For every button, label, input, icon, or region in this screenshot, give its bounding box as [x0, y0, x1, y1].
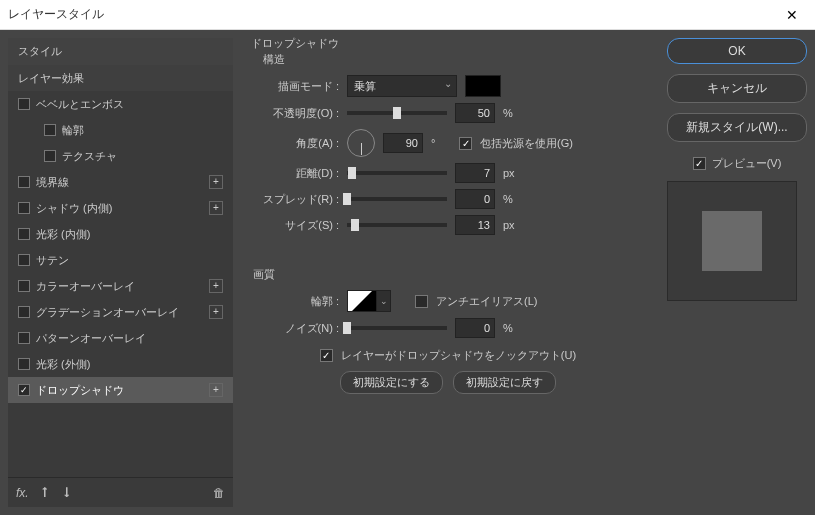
- blend-mode-select[interactable]: 乗算: [347, 75, 457, 97]
- window-title: レイヤースタイル: [8, 6, 777, 23]
- spread-label: スプレッド(R) :: [249, 192, 339, 207]
- plus-icon[interactable]: +: [209, 383, 223, 397]
- angle-input[interactable]: [383, 133, 423, 153]
- sidebar-item-label: 光彩 (外側): [36, 357, 223, 372]
- global-light-checkbox[interactable]: [459, 137, 472, 150]
- sidebar-item[interactable]: 輪郭: [8, 117, 233, 143]
- sidebar-item[interactable]: テクスチャ: [8, 143, 233, 169]
- sidebar-item-label: ベベルとエンボス: [36, 97, 223, 112]
- opacity-slider[interactable]: [347, 111, 447, 115]
- ok-button[interactable]: OK: [667, 38, 807, 64]
- sidebar-item-label: レイヤー効果: [18, 71, 223, 86]
- shadow-color-swatch[interactable]: [465, 75, 501, 97]
- sidebar-item-label: 光彩 (内側): [36, 227, 223, 242]
- blend-mode-value: 乗算: [354, 79, 376, 94]
- trash-icon[interactable]: 🗑: [213, 486, 225, 500]
- right-column: OK キャンセル 新規スタイル(W)... プレビュー(V): [667, 38, 807, 507]
- noise-input[interactable]: [455, 318, 495, 338]
- sidebar-item-checkbox[interactable]: [18, 254, 30, 266]
- blend-mode-label: 描画モード :: [249, 79, 339, 94]
- sidebar-item-checkbox[interactable]: [44, 150, 56, 162]
- sidebar-item-checkbox[interactable]: [18, 228, 30, 240]
- sidebar-item[interactable]: レイヤー効果: [8, 65, 233, 91]
- sidebar-item-label: シャドウ (内側): [36, 201, 203, 216]
- noise-unit: %: [503, 322, 523, 334]
- spread-unit: %: [503, 193, 523, 205]
- size-input[interactable]: [455, 215, 495, 235]
- antialias-label: アンチエイリアス(L): [436, 294, 537, 309]
- plus-icon[interactable]: +: [209, 305, 223, 319]
- distance-unit: px: [503, 167, 523, 179]
- sidebar-item-checkbox[interactable]: [18, 280, 30, 292]
- contour-dropdown-icon[interactable]: ⌄: [377, 290, 391, 312]
- sidebar-item-checkbox[interactable]: [18, 358, 30, 370]
- size-label: サイズ(S) :: [249, 218, 339, 233]
- plus-icon[interactable]: +: [209, 201, 223, 215]
- sidebar-item[interactable]: パターンオーバーレイ: [8, 325, 233, 351]
- knockout-checkbox[interactable]: [320, 349, 333, 362]
- make-default-button[interactable]: 初期設定にする: [340, 371, 443, 394]
- knockout-label: レイヤーがドロップシャドウをノックアウト(U): [341, 348, 576, 363]
- distance-slider[interactable]: [347, 171, 447, 175]
- sidebar-item-checkbox[interactable]: [18, 202, 30, 214]
- sidebar-item[interactable]: ベベルとエンボス: [8, 91, 233, 117]
- styles-sidebar: スタイルレイヤー効果ベベルとエンボス輪郭テクスチャ境界線+シャドウ (内側)+光…: [8, 38, 233, 507]
- sidebar-item-checkbox[interactable]: [18, 176, 30, 188]
- preview-box: [667, 181, 797, 301]
- angle-dial[interactable]: [347, 129, 375, 157]
- preview-checkbox[interactable]: [693, 157, 706, 170]
- spread-slider[interactable]: [347, 197, 447, 201]
- sidebar-item-label: カラーオーバーレイ: [36, 279, 203, 294]
- fx-icon[interactable]: fx.: [16, 486, 29, 500]
- down-arrow-icon[interactable]: 🠗: [61, 486, 73, 500]
- sidebar-item-checkbox[interactable]: [18, 384, 30, 396]
- sidebar-item[interactable]: カラーオーバーレイ+: [8, 273, 233, 299]
- sidebar-item[interactable]: シャドウ (内側)+: [8, 195, 233, 221]
- preview-label: プレビュー(V): [712, 156, 782, 171]
- opacity-input[interactable]: [455, 103, 495, 123]
- sidebar-item-label: グラデーションオーバーレイ: [36, 305, 203, 320]
- opacity-label: 不透明度(O) :: [249, 106, 339, 121]
- spread-input[interactable]: [455, 189, 495, 209]
- up-arrow-icon[interactable]: 🠕: [39, 486, 51, 500]
- sidebar-item-checkbox[interactable]: [18, 306, 30, 318]
- sidebar-item[interactable]: グラデーションオーバーレイ+: [8, 299, 233, 325]
- reset-default-button[interactable]: 初期設定に戻す: [453, 371, 556, 394]
- sidebar-item-checkbox[interactable]: [44, 124, 56, 136]
- noise-slider[interactable]: [347, 326, 447, 330]
- sidebar-item[interactable]: サテン: [8, 247, 233, 273]
- sidebar-item[interactable]: ドロップシャドウ+: [8, 377, 233, 403]
- distance-input[interactable]: [455, 163, 495, 183]
- preview-swatch: [702, 211, 762, 271]
- sidebar-item-label: テクスチャ: [62, 149, 223, 164]
- new-style-button[interactable]: 新規スタイル(W)...: [667, 113, 807, 142]
- global-light-label: 包括光源を使用(G): [480, 136, 573, 151]
- sidebar-item-checkbox[interactable]: [18, 98, 30, 110]
- titlebar: レイヤースタイル ✕: [0, 0, 815, 30]
- size-slider[interactable]: [347, 223, 447, 227]
- sidebar-item-checkbox[interactable]: [18, 332, 30, 344]
- contour-picker[interactable]: [347, 290, 377, 312]
- sidebar-header[interactable]: スタイル: [8, 38, 233, 65]
- quality-label: 画質: [253, 267, 647, 282]
- structure-label: 構造: [263, 52, 647, 67]
- sidebar-item[interactable]: 境界線+: [8, 169, 233, 195]
- sidebar-item[interactable]: 光彩 (外側): [8, 351, 233, 377]
- close-icon[interactable]: ✕: [777, 7, 807, 23]
- opacity-unit: %: [503, 107, 523, 119]
- sidebar-item[interactable]: 光彩 (内側): [8, 221, 233, 247]
- size-unit: px: [503, 219, 523, 231]
- angle-label: 角度(A) :: [249, 136, 339, 151]
- sidebar-item-label: 輪郭: [62, 123, 223, 138]
- distance-label: 距離(D) :: [249, 166, 339, 181]
- antialias-checkbox[interactable]: [415, 295, 428, 308]
- sidebar-item-label: サテン: [36, 253, 223, 268]
- cancel-button[interactable]: キャンセル: [667, 74, 807, 103]
- plus-icon[interactable]: +: [209, 175, 223, 189]
- sidebar-footer: fx. 🠕 🠗 🗑: [8, 477, 233, 507]
- sidebar-item-label: ドロップシャドウ: [36, 383, 203, 398]
- plus-icon[interactable]: +: [209, 279, 223, 293]
- contour-label: 輪郭 :: [249, 294, 339, 309]
- sidebar-item-label: 境界線: [36, 175, 203, 190]
- settings-panel: ドロップシャドウ 構造 描画モード : 乗算 不透明度(O) : %: [241, 38, 655, 507]
